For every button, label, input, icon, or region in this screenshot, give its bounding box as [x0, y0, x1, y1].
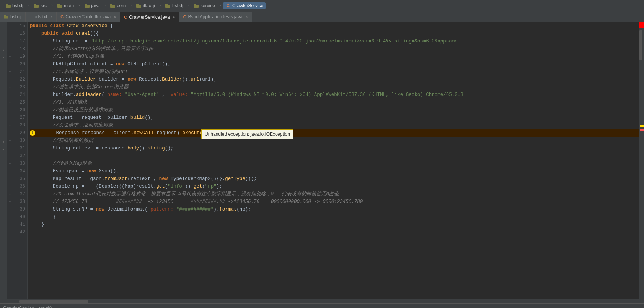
error-indicator-top: [639, 22, 644, 28]
gutter-24: [7, 91, 13, 99]
breadcrumb: CrawlerService › crawl(): [3, 306, 52, 308]
gutter-34: [7, 167, 13, 175]
code-line-28: //发送请求，返回响应对象: [30, 122, 639, 129]
tab-close-controller[interactable]: ×: [114, 15, 116, 19]
code-line-23: //增加请求头,模拟Chrome浏览器: [30, 83, 639, 91]
code-line-19: //1. 创建OKHttp对象: [30, 53, 639, 60]
gutter-27: [7, 114, 13, 122]
gutter-15[interactable]: [7, 22, 13, 30]
gutter-35: [7, 175, 13, 183]
nav-com[interactable]: com: [108, 2, 128, 9]
gutter-42: [7, 229, 13, 236]
svg-rect-5: [57, 4, 60, 5]
left-icon-1[interactable]: ◂: [0, 47, 7, 53]
tab-icon-txt: ≡: [29, 15, 32, 19]
gutter-41: [7, 221, 13, 229]
code-line-25: //3. 发送请求: [30, 99, 639, 106]
folder-icon: [5, 3, 11, 8]
scrollbar-thumb[interactable]: [639, 30, 642, 60]
tab-crawlercontroller[interactable]: C CrawlerController.java ×: [57, 12, 120, 22]
code-line-38: // 123456.78 ######### -> 123456 #######…: [30, 198, 639, 206]
gutter-21: ▿: [7, 68, 13, 76]
svg-rect-8: [110, 5, 115, 8]
nav-main[interactable]: main: [55, 2, 76, 9]
left-icon-3[interactable]: ◂: [0, 138, 7, 145]
error-marker-line29: [640, 129, 644, 131]
code-line-34: Gson gson = new Gson();: [30, 167, 639, 175]
gutter-38: ▿: [7, 198, 13, 206]
svg-rect-15: [194, 4, 196, 5]
nav-crawlerservice[interactable]: C CrawlerService: [223, 2, 266, 9]
tab-icon-java-service: C: [124, 15, 127, 19]
gutter-20: [7, 60, 13, 68]
gutter-16[interactable]: [7, 30, 13, 37]
gutter-28: ▿: [7, 122, 13, 129]
code-line-30: //获取响应的数据: [30, 137, 639, 144]
left-icon-4[interactable]: ◂: [0, 146, 7, 153]
gutter-30: ▿: [7, 137, 13, 144]
gutter-23: ▿: [7, 83, 13, 91]
gutter-22: [7, 76, 13, 83]
gutter-33: ▿: [7, 160, 13, 167]
h-scrollbar-thumb[interactable]: [19, 300, 88, 303]
svg-rect-12: [165, 5, 170, 8]
code-line-42: [30, 229, 639, 236]
code-line-33: //转换为Map对象: [30, 160, 639, 167]
tab-crawlerservice[interactable]: C CrawlerService.java ×: [120, 12, 179, 22]
gutter-18: ▿: [7, 45, 13, 53]
horizontal-scrollbar[interactable]: [0, 299, 644, 303]
nav-bsbdj[interactable]: bsbdj: [3, 2, 26, 9]
tab-close-service[interactable]: ×: [173, 15, 175, 19]
code-line-15: public class CrawlerService {: [30, 22, 639, 30]
nav-service[interactable]: service: [191, 2, 217, 9]
svg-rect-1: [6, 4, 8, 5]
gutter-31: [7, 144, 13, 152]
code-line-36: Double np = (Double)((Map)result.get("in…: [30, 183, 639, 190]
nav-java[interactable]: java: [82, 2, 102, 9]
tab-close-test[interactable]: ×: [246, 15, 248, 19]
gutter-19: ▿: [7, 53, 13, 60]
class-icon: C: [225, 3, 231, 8]
tab-icon-java-test: C: [183, 15, 186, 19]
gutter-37: ▿: [7, 190, 13, 198]
svg-rect-14: [194, 5, 199, 8]
code-line-29: ! Response response = client.newCall(req…: [30, 129, 639, 137]
gutter-32: [7, 152, 13, 160]
right-panel: [639, 22, 644, 299]
code-line-20: OkHttpClient client = new OkHttpClient()…: [30, 60, 639, 68]
code-line-31: String retText = response.body().string(…: [30, 144, 639, 152]
code-editor[interactable]: public class CrawlerService { public voi…: [28, 22, 639, 299]
svg-rect-2: [34, 5, 39, 8]
folder-icon-src: [34, 3, 39, 8]
code-line-32: [30, 152, 639, 160]
code-line-37: //DecimalFormat代表对数字进行格式化，按要求显示 #号代表有这个数…: [30, 190, 639, 198]
line-numbers: 1516171819 2021222324 2526272829 3031323…: [13, 22, 28, 299]
nav-bsbdj2[interactable]: bsbdj: [163, 2, 186, 9]
tab-close-urls[interactable]: ×: [50, 15, 52, 19]
left-icon-2[interactable]: ◂: [0, 54, 7, 61]
svg-rect-10: [136, 5, 141, 8]
svg-rect-4: [57, 5, 62, 8]
warning-marker-line29: [640, 125, 644, 127]
folder-icon-main: [57, 3, 62, 8]
tab-bsbdj[interactable]: bsbdj: [0, 12, 26, 22]
tab-icon-java-controller: C: [60, 15, 64, 19]
svg-rect-0: [6, 5, 11, 8]
code-line-41: }: [30, 221, 639, 229]
code-line-24: builder.addHeader( name: "User-Agent" , …: [30, 91, 639, 99]
gutter-29: [7, 129, 13, 137]
gutter-26: ▿: [7, 106, 13, 114]
code-line-18: //使用OKHttp的方法很简单，只需要遵守3步: [30, 45, 639, 53]
svg-rect-16: [4, 16, 8, 18]
nav-itlaoqi[interactable]: itlaoqi: [134, 2, 157, 9]
nav-src[interactable]: src: [31, 2, 49, 9]
tab-bsbdjtests[interactable]: C BsbdjApplicationTests.java ×: [179, 12, 252, 22]
code-line-17: String url = "http://c.api.budejie.com/t…: [30, 37, 639, 45]
gutter-36: [7, 183, 13, 190]
code-line-22: Request.Builder builder = new Request.Bu…: [30, 76, 639, 83]
tab-urls[interactable]: ≡ urls.txt ×: [26, 12, 57, 22]
left-panel: ◂ ◂ ◂ ◂: [0, 22, 7, 299]
svg-rect-17: [4, 15, 6, 16]
folder-icon-itlaoqi: [136, 3, 141, 8]
tabs-bar: bsbdj ≡ urls.txt × C CrawlerController.j…: [0, 11, 644, 22]
